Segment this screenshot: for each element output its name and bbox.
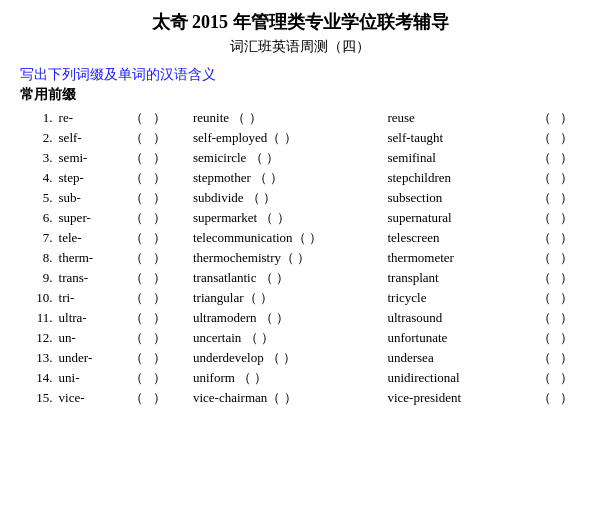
row-number: 14. — [20, 368, 57, 388]
row-number: 1. — [20, 108, 57, 128]
row-number: 3. — [20, 148, 57, 168]
prefix: self- — [57, 128, 129, 148]
word1: supermarket （ ） — [191, 208, 367, 228]
table-row: 3. semi- （ ） semicircle （ ） semifinal （ … — [20, 148, 580, 168]
word1: triangular（ ） — [191, 288, 367, 308]
prefix: under- — [57, 348, 129, 368]
word1: self-employed（ ） — [191, 128, 367, 148]
table-row: 12. un- （ ） uncertain （ ） unfortunate （ … — [20, 328, 580, 348]
word1: stepmother （ ） — [191, 168, 367, 188]
table-row: 13. under- （ ） underdevelop （ ） undersea… — [20, 348, 580, 368]
prefix: step- — [57, 168, 129, 188]
word1: telecommunication（ ） — [191, 228, 367, 248]
table-row: 15. vice- （ ） vice-chairman（ ） vice-pres… — [20, 388, 580, 408]
table-row: 7. tele- （ ） telecommunication（ ） telesc… — [20, 228, 580, 248]
word1: uncertain （ ） — [191, 328, 367, 348]
table-row: 10. tri- （ ） triangular（ ） tricycle （ ） — [20, 288, 580, 308]
word2: vice-president — [385, 388, 535, 408]
prefix: un- — [57, 328, 129, 348]
prefix: uni- — [57, 368, 129, 388]
word1: semicircle （ ） — [191, 148, 367, 168]
prefix: re- — [57, 108, 129, 128]
section-label: 常用前缀 — [20, 86, 580, 104]
word1: transatlantic （ ） — [191, 268, 367, 288]
word1: underdevelop （ ） — [191, 348, 367, 368]
word1: subdivide （ ） — [191, 188, 367, 208]
prefix: tri- — [57, 288, 129, 308]
row-number: 5. — [20, 188, 57, 208]
table-row: 5. sub- （ ） subdivide （ ） subsection （ ） — [20, 188, 580, 208]
prefix: trans- — [57, 268, 129, 288]
row-number: 7. — [20, 228, 57, 248]
sub-title: 词汇班英语周测（四） — [20, 38, 580, 56]
word2: supernatural — [385, 208, 535, 228]
vocab-table: 1. re- （ ） reunite （ ） reuse （ ） 2. self… — [20, 108, 580, 408]
table-row: 1. re- （ ） reunite （ ） reuse （ ） — [20, 108, 580, 128]
word2: stepchildren — [385, 168, 535, 188]
word2: ultrasound — [385, 308, 535, 328]
row-number: 13. — [20, 348, 57, 368]
row-number: 10. — [20, 288, 57, 308]
prefix: vice- — [57, 388, 129, 408]
table-row: 6. super- （ ） supermarket （ ） supernatur… — [20, 208, 580, 228]
word2: subsection — [385, 188, 535, 208]
word2: semifinal — [385, 148, 535, 168]
prefix: tele- — [57, 228, 129, 248]
table-row: 4. step- （ ） stepmother （ ） stepchildren… — [20, 168, 580, 188]
prefix: ultra- — [57, 308, 129, 328]
table-row: 2. self- （ ） self-employed（ ） self-taugh… — [20, 128, 580, 148]
word2: unfortunate — [385, 328, 535, 348]
table-row: 14. uni- （ ） uniform （ ） unidirectional … — [20, 368, 580, 388]
instruction: 写出下列词缀及单词的汉语含义 — [20, 66, 580, 84]
row-number: 9. — [20, 268, 57, 288]
word1: vice-chairman（ ） — [191, 388, 367, 408]
row-number: 8. — [20, 248, 57, 268]
word1: reunite （ ） — [191, 108, 367, 128]
word2: tricycle — [385, 288, 535, 308]
word2: self-taught — [385, 128, 535, 148]
row-number: 4. — [20, 168, 57, 188]
word1: ultramodern （ ） — [191, 308, 367, 328]
main-title: 太奇 2015 年管理类专业学位联考辅导 — [20, 10, 580, 34]
row-number: 11. — [20, 308, 57, 328]
word2: undersea — [385, 348, 535, 368]
row-number: 15. — [20, 388, 57, 408]
table-row: 11. ultra- （ ） ultramodern （ ） ultrasoun… — [20, 308, 580, 328]
prefix: semi- — [57, 148, 129, 168]
prefix: sub- — [57, 188, 129, 208]
word1: uniform （ ） — [191, 368, 367, 388]
table-row: 9. trans- （ ） transatlantic （ ） transpla… — [20, 268, 580, 288]
word2: reuse — [385, 108, 535, 128]
word2: transplant — [385, 268, 535, 288]
row-number: 12. — [20, 328, 57, 348]
prefix: therm- — [57, 248, 129, 268]
prefix: super- — [57, 208, 129, 228]
word2: thermometer — [385, 248, 535, 268]
row-number: 6. — [20, 208, 57, 228]
table-row: 8. therm- （ ） thermochemistry（ ） thermom… — [20, 248, 580, 268]
word1: thermochemistry（ ） — [191, 248, 367, 268]
word2: telescreen — [385, 228, 535, 248]
row-number: 2. — [20, 128, 57, 148]
word2: unidirectional — [385, 368, 535, 388]
